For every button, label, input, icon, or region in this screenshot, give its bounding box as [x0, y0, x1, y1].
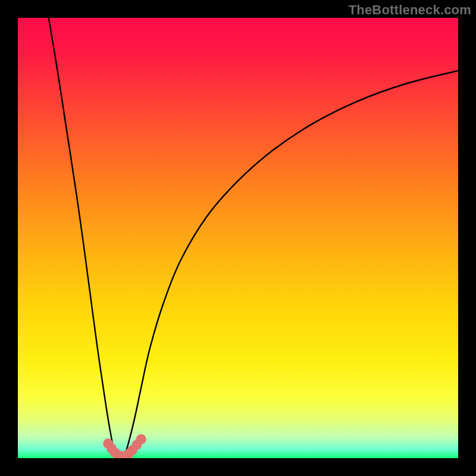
plot-area	[18, 18, 458, 458]
watermark-text: TheBottleneck.com	[349, 2, 471, 18]
curve-lines	[49, 18, 458, 458]
bottleneck-curve	[18, 18, 458, 458]
bottom-marker-dots	[103, 434, 146, 458]
chart-frame: TheBottleneck.com	[0, 0, 476, 476]
marker-dot	[136, 434, 146, 444]
